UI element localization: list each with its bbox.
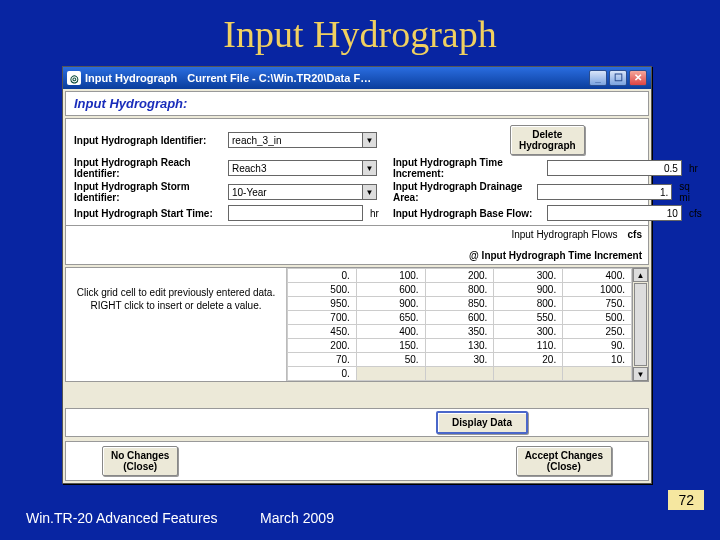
flow-header-unit: cfs — [628, 229, 642, 240]
grid-cell[interactable]: 130. — [425, 339, 494, 353]
grid-cell[interactable] — [425, 367, 494, 381]
flow-header-label: Input Hydrograph Flows — [511, 229, 617, 240]
grid-cell[interactable]: 550. — [494, 311, 563, 325]
grid-cell[interactable]: 800. — [494, 297, 563, 311]
scroll-down-icon[interactable]: ▼ — [633, 367, 648, 381]
grid-cell[interactable]: 0. — [288, 269, 357, 283]
grid-cell[interactable]: 90. — [563, 339, 632, 353]
chevron-down-icon[interactable]: ▼ — [363, 184, 377, 200]
storm-label: Input Hydrograph Storm Identifier: — [74, 181, 224, 203]
grid-cell[interactable]: 850. — [425, 297, 494, 311]
window-buttons: _ ☐ ✕ — [589, 70, 647, 86]
baseflow-unit: cfs — [689, 208, 702, 219]
area-label: Input Hydrograph Drainage Area: — [393, 181, 533, 203]
grid-cell[interactable]: 300. — [494, 325, 563, 339]
slide-title: Input Hydrograph — [0, 0, 720, 62]
panel-heading: Input Hydrograph: — [65, 91, 649, 116]
grid-cell[interactable]: 100. — [356, 269, 425, 283]
id-label: Input Hydrograph Identifier: — [74, 135, 224, 146]
chevron-down-icon[interactable]: ▼ — [363, 132, 377, 148]
grid-cell[interactable]: 750. — [563, 297, 632, 311]
no-changes-button[interactable]: No Changes (Close) — [102, 446, 178, 476]
titlebar-app: Input Hydrograph — [85, 72, 177, 84]
grid-cell[interactable]: 600. — [356, 283, 425, 297]
area-input[interactable] — [537, 184, 672, 200]
grid-zone: Click grid cell to edit previously enter… — [65, 267, 649, 382]
display-data-button[interactable]: Display Data — [436, 411, 528, 434]
flow-header: Input Hydrograph Flows cfs @ Input Hydro… — [65, 226, 649, 265]
grid-cell[interactable]: 110. — [494, 339, 563, 353]
reach-label: Input Hydrograph Reach Identifier: — [74, 157, 224, 179]
grid-cell[interactable] — [356, 367, 425, 381]
grid-cell[interactable]: 400. — [356, 325, 425, 339]
grid-cell[interactable] — [563, 367, 632, 381]
page-number: 72 — [668, 490, 704, 510]
accept-changes-button[interactable]: Accept Changes (Close) — [516, 446, 612, 476]
scroll-up-icon[interactable]: ▲ — [633, 268, 648, 282]
close-button[interactable]: ✕ — [629, 70, 647, 86]
data-grid[interactable]: 0.100.200.300.400.500.600.800.900.1000.9… — [286, 268, 632, 381]
grid-cell[interactable]: 30. — [425, 353, 494, 367]
reach-input[interactable] — [228, 160, 363, 176]
grid-cell[interactable]: 200. — [288, 339, 357, 353]
vertical-scrollbar[interactable]: ▲ ▼ — [632, 268, 648, 381]
grid-cell[interactable]: 1000. — [563, 283, 632, 297]
grid-cell[interactable]: 300. — [494, 269, 563, 283]
grid-cell[interactable]: 800. — [425, 283, 494, 297]
titlebar: ◎ Input Hydrograph Current File - C:\Win… — [63, 67, 651, 89]
grid-cell[interactable]: 200. — [425, 269, 494, 283]
form-area: Input Hydrograph Identifier: ▼ Delete Hy… — [65, 118, 649, 226]
grid-cell[interactable]: 900. — [356, 297, 425, 311]
scroll-thumb[interactable] — [634, 283, 647, 366]
grid-cell[interactable]: 0. — [288, 367, 357, 381]
chevron-down-icon[interactable]: ▼ — [363, 160, 377, 176]
grid-cell[interactable]: 70. — [288, 353, 357, 367]
display-row: Display Data — [65, 408, 649, 437]
footer-date: March 2009 — [260, 510, 334, 526]
increment-label: Input Hydrograph Time Increment: — [393, 157, 543, 179]
grid-cell[interactable]: 20. — [494, 353, 563, 367]
action-row: No Changes (Close) Accept Changes (Close… — [65, 441, 649, 481]
id-input[interactable] — [228, 132, 363, 148]
grid-cell[interactable]: 150. — [356, 339, 425, 353]
grid-cell[interactable]: 250. — [563, 325, 632, 339]
grid-cell[interactable]: 700. — [288, 311, 357, 325]
storm-input[interactable] — [228, 184, 363, 200]
increment-input[interactable] — [547, 160, 682, 176]
footer-left: Win.TR-20 Advanced Features — [26, 510, 217, 526]
grid-cell[interactable]: 350. — [425, 325, 494, 339]
baseflow-input[interactable] — [547, 205, 682, 221]
increment-unit: hr — [689, 163, 698, 174]
area-unit: sq mi — [679, 181, 701, 203]
grid-cell[interactable]: 650. — [356, 311, 425, 325]
app-icon: ◎ — [67, 71, 81, 85]
maximize-button[interactable]: ☐ — [609, 70, 627, 86]
grid-hint: Click grid cell to edit previously enter… — [66, 268, 286, 381]
titlebar-file: Current File - C:\Win.TR20\Data F… — [187, 72, 371, 84]
start-input[interactable] — [228, 205, 363, 221]
grid-cell[interactable]: 400. — [563, 269, 632, 283]
start-label: Input Hydrograph Start Time: — [74, 208, 224, 219]
delete-hydrograph-button[interactable]: Delete Hydrograph — [510, 125, 585, 155]
app-window: ◎ Input Hydrograph Current File - C:\Win… — [62, 66, 652, 484]
minimize-button[interactable]: _ — [589, 70, 607, 86]
grid-cell[interactable]: 600. — [425, 311, 494, 325]
grid-cell[interactable]: 950. — [288, 297, 357, 311]
grid-cell[interactable]: 900. — [494, 283, 563, 297]
grid-cell[interactable]: 10. — [563, 353, 632, 367]
baseflow-label: Input Hydrograph Base Flow: — [393, 208, 543, 219]
flow-header-sub: @ Input Hydrograph Time Increment — [72, 250, 642, 261]
start-unit: hr — [370, 208, 379, 219]
grid-cell[interactable]: 50. — [356, 353, 425, 367]
grid-cell[interactable]: 500. — [563, 311, 632, 325]
grid-cell[interactable]: 450. — [288, 325, 357, 339]
grid-cell[interactable] — [494, 367, 563, 381]
grid-cell[interactable]: 500. — [288, 283, 357, 297]
